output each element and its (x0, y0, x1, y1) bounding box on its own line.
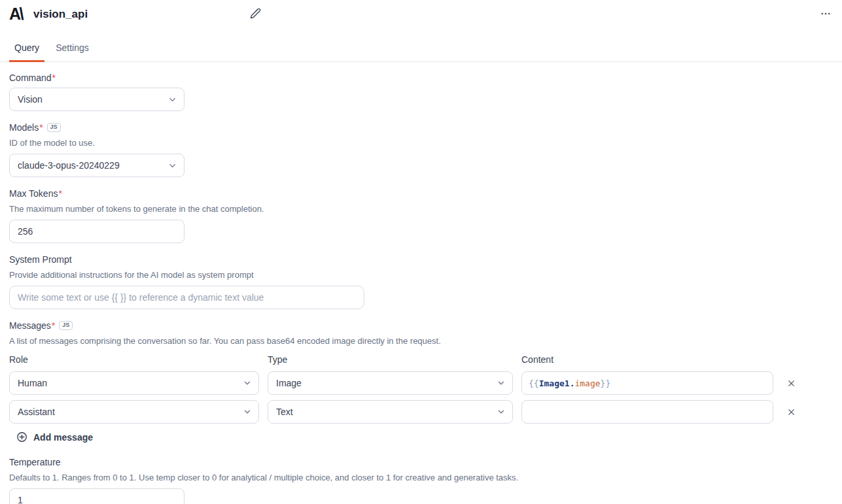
chevron-down-icon (243, 378, 252, 388)
message-1-role-value: Assistant (18, 407, 55, 417)
messages-field-header: Messages* JS A list of messages comprisi… (9, 319, 833, 347)
temperature-field: Temperature Defaults to 1. Ranges from 0… (9, 456, 833, 504)
overflow-menu-button[interactable] (817, 5, 834, 22)
required-asterisk: * (52, 73, 56, 83)
required-asterisk: * (39, 122, 43, 133)
command-select[interactable]: Vision (9, 88, 184, 111)
message-1-type-select[interactable]: Text (268, 400, 513, 424)
add-message-label: Add message (33, 432, 93, 443)
system-prompt-help-text: Provide additional instructions for the … (9, 269, 833, 281)
temperature-help-text: Defaults to 1. Ranges from 0 to 1. Use t… (9, 472, 833, 484)
chevron-down-icon (497, 378, 506, 388)
models-field: Models* JS ID of the model to use. claud… (9, 121, 833, 177)
models-label: Models* (9, 121, 43, 134)
chevron-down-icon (167, 161, 177, 171)
pencil-icon (250, 8, 261, 19)
required-asterisk: * (52, 320, 55, 331)
template-prop-token: image (574, 378, 600, 388)
content-column-header: Content (521, 353, 773, 366)
message-0-remove-button[interactable] (782, 374, 800, 392)
message-1-role-select[interactable]: Assistant (9, 400, 259, 424)
models-select[interactable]: claude-3-opus-20240229 (9, 154, 184, 177)
message-1-content-textarea[interactable]: mentions a bug, ask for additional detai… (521, 400, 773, 424)
max-tokens-label: Max Tokens* (9, 187, 62, 200)
query-form: Command* Vision Models* JS ID of the mod… (0, 62, 842, 504)
messages-label: Messages* (9, 319, 55, 332)
ellipsis-icon (820, 8, 832, 20)
system-prompt-label: System Prompt (9, 253, 72, 266)
temperature-label: Temperature (9, 456, 61, 469)
message-0-role-select[interactable]: Human (9, 371, 259, 395)
message-0-role-value: Human (18, 378, 47, 388)
message-1-type-value: Text (276, 407, 293, 417)
page-title: vision_api (33, 8, 88, 21)
close-icon (787, 379, 796, 388)
system-prompt-field: System Prompt Provide additional instruc… (9, 253, 833, 309)
tab-settings[interactable]: Settings (50, 37, 94, 62)
command-label: Command* (9, 71, 56, 84)
message-0-content-input[interactable]: {{Image1.image}} (521, 371, 773, 395)
close-icon (787, 408, 796, 416)
system-prompt-input[interactable] (9, 286, 364, 309)
temperature-input[interactable] (9, 488, 184, 504)
circle-plus-icon (16, 431, 27, 443)
js-toggle-badge[interactable]: JS (47, 123, 61, 132)
tab-query[interactable]: Query (9, 37, 44, 62)
message-1-remove-button[interactable] (782, 403, 800, 421)
edit-title-button[interactable] (247, 5, 264, 22)
chevron-down-icon (497, 407, 506, 416)
message-0-type-value: Image (276, 378, 302, 388)
tab-bar: Query Settings (0, 37, 842, 62)
template-ref-token: Image1 (539, 378, 570, 388)
chevron-down-icon (167, 95, 177, 105)
command-select-value: Vision (18, 94, 43, 105)
max-tokens-field: Max Tokens* The maximum number of tokens… (9, 187, 833, 243)
template-dot-token: . (570, 378, 575, 388)
command-field: Command* Vision (9, 71, 833, 111)
models-help-text: ID of the model to use. (9, 137, 833, 149)
template-brace-token: {{ (529, 378, 539, 388)
role-column-header: Role (9, 353, 259, 366)
required-asterisk: * (58, 188, 61, 199)
message-0-type-select[interactable]: Image (268, 371, 513, 395)
chevron-down-icon (243, 407, 252, 416)
max-tokens-help-text: The maximum number of tokens to generate… (9, 203, 833, 215)
messages-help-text: A list of messages comprising the conver… (9, 335, 833, 347)
add-message-button[interactable]: Add message (16, 430, 93, 444)
max-tokens-input[interactable] (9, 220, 184, 243)
template-brace-token: }} (601, 378, 611, 388)
messages-editor: Role Type Content Human Image {{Image1.i… (9, 353, 833, 424)
js-toggle-badge[interactable]: JS (59, 321, 73, 330)
models-select-value: claude-3-opus-20240229 (18, 160, 120, 171)
type-column-header: Type (268, 353, 513, 366)
app-header: A\ vision_api (0, 0, 842, 29)
anthropic-logo: A\ (9, 6, 22, 24)
